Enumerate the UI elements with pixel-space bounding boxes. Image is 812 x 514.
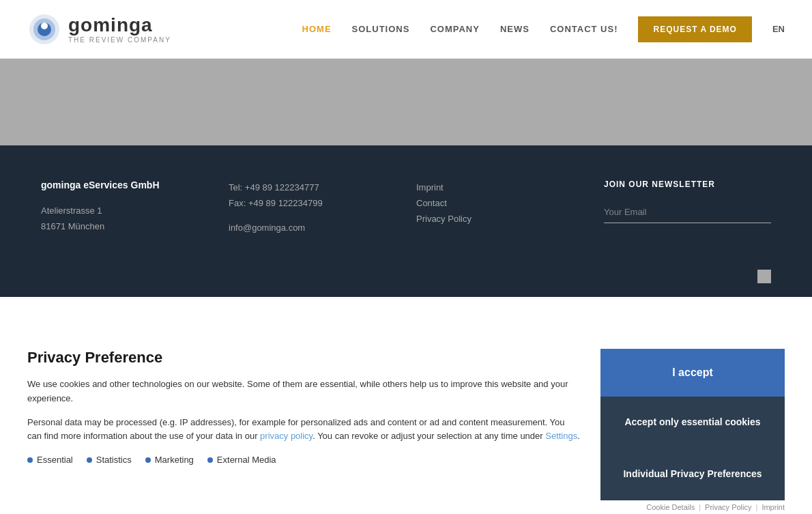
footer-company-col: gominga eServices GmbH Atelierstrasse 1 … xyxy=(41,180,208,235)
logo: gominga THE REVIEW COMPANY xyxy=(27,12,171,46)
footer-address: Atelierstrasse 1 81671 München xyxy=(41,203,208,235)
footer-bottom xyxy=(0,263,812,297)
footer-links: Imprint Contact Privacy Policy xyxy=(416,182,583,224)
main-nav: HOME SOLUTIONS COMPANY NEWS CONTACT US! … xyxy=(302,16,785,42)
logo-name: gominga xyxy=(68,14,171,36)
footer-links-col: Imprint Contact Privacy Policy xyxy=(416,180,583,235)
logo-text: gominga THE REVIEW COMPANY xyxy=(68,14,171,44)
nav-news[interactable]: NEWS xyxy=(500,24,530,34)
footer-fax: Fax: +49 89 122234799 xyxy=(229,195,396,211)
footer-company-name: gominga eServices GmbH xyxy=(41,180,208,190)
language-selector[interactable]: EN xyxy=(772,24,785,34)
header: gominga THE REVIEW COMPANY HOME SOLUTION… xyxy=(0,0,812,59)
footer-contact-col: Tel: +49 89 122234777 Fax: +49 89 122234… xyxy=(229,180,396,235)
nav-home[interactable]: HOME xyxy=(302,24,332,34)
footer-link-contact[interactable]: Contact xyxy=(416,198,583,208)
footer-tel: Tel: +49 89 122234777 xyxy=(229,180,396,195)
nav-contact[interactable]: CONTACT US! xyxy=(550,24,618,34)
footer-link-privacy[interactable]: Privacy Policy xyxy=(416,214,583,224)
request-demo-button[interactable]: REQUEST A DEMO xyxy=(638,16,751,42)
footer-contact-info: Tel: +49 89 122234777 Fax: +49 89 122234… xyxy=(229,180,396,235)
footer-link-imprint[interactable]: Imprint xyxy=(416,182,583,192)
nav-solutions[interactable]: SOLUTIONS xyxy=(352,24,410,34)
footer-address-line2: 81671 München xyxy=(41,218,208,234)
hero-section xyxy=(0,59,812,145)
newsletter-title: JOIN OUR NEWSLETTER xyxy=(604,180,771,189)
nav-company[interactable]: COMPANY xyxy=(430,24,479,34)
newsletter-email-input[interactable] xyxy=(604,201,771,223)
footer-icon xyxy=(757,270,771,283)
svg-point-3 xyxy=(41,23,48,29)
footer-email[interactable]: info@gominga.com xyxy=(229,223,305,233)
logo-icon xyxy=(27,12,61,46)
footer-newsletter-col: JOIN OUR NEWSLETTER xyxy=(604,180,771,235)
logo-subtitle: THE REVIEW COMPANY xyxy=(68,36,171,44)
footer: gominga eServices GmbH Atelierstrasse 1 … xyxy=(0,145,812,263)
footer-address-line1: Atelierstrasse 1 xyxy=(41,203,208,218)
